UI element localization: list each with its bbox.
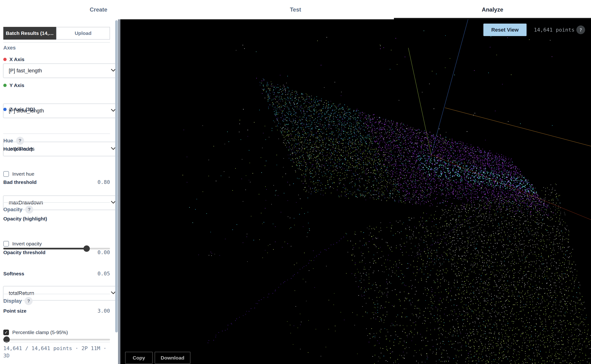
axes-heading-label: Axes [3, 45, 16, 51]
hue-heading: Hue ? [3, 137, 110, 145]
y-axis-label-text: Y Axis [9, 83, 24, 88]
invert-opacity-row: Invert opacity [3, 241, 110, 247]
slider-fill [3, 248, 87, 249]
hue-colour-label: Hue (colour) [3, 146, 110, 152]
slider-track[interactable] [3, 339, 110, 340]
download-button[interactable]: Download [154, 352, 190, 364]
divider [3, 342, 110, 342]
x-axis-dot-icon [3, 58, 7, 61]
invert-hue-row: Invert hue [3, 171, 110, 177]
hue-heading-label: Hue [3, 138, 13, 144]
percentile-clamp-checkbox[interactable]: ✓ [3, 330, 9, 335]
controls-sidebar: Batch Results (14,… Upload Axes X Axis [… [0, 19, 118, 364]
display-heading-label: Display [3, 298, 22, 304]
hue-value: maxDrawdown [9, 200, 43, 206]
axes-heading: Axes [3, 45, 110, 51]
divider [3, 294, 110, 294]
z-axis-dot-icon [3, 108, 7, 111]
opacity-highlight-label-text: Opacity (highlight) [3, 216, 47, 222]
opacity-threshold-row: Opacity threshold 0.00 [3, 249, 110, 255]
opacity-threshold-value: 0.00 [97, 249, 110, 255]
opacity-heading: Opacity ? [3, 206, 110, 214]
z-axis-label: Z Axis (3D) [3, 107, 110, 112]
points-status-text: 14,641 / 14,641 points · 2P 11M · 3D [3, 345, 110, 359]
softness-row: Softness 0.05 [3, 271, 110, 277]
softness-label: Softness [3, 271, 24, 277]
x-axis-select[interactable]: [P] fast_length [3, 64, 121, 78]
invert-opacity-checkbox[interactable] [3, 241, 9, 247]
bad-threshold-row: Bad threshold 0.80 [3, 179, 110, 185]
x-axis-label: X Axis [3, 57, 110, 62]
percentile-clamp-row: ✓ Percentile clamp (5-95%) [3, 330, 110, 335]
sidebar-scrollbar[interactable] [115, 20, 118, 332]
points-count-label: 14,641 points [534, 24, 574, 36]
y-axis-dot-icon [3, 84, 7, 87]
opacity-threshold-label: Opacity threshold [3, 250, 46, 255]
divider [3, 202, 110, 203]
bad-threshold-value: 0.80 [97, 179, 110, 185]
opacity-highlight-label: Opacity (highlight) [3, 216, 110, 222]
top-nav: Create Test Analyze [0, 0, 591, 19]
copy-button[interactable]: Copy [125, 352, 153, 364]
x-axis-label-text: X Axis [9, 57, 24, 62]
tab-create[interactable]: Create [0, 0, 197, 19]
display-help-icon[interactable]: ? [25, 297, 33, 305]
opacity-heading-label: Opacity [3, 207, 22, 213]
app-root: Create Test Analyze Batch Results (14,… … [0, 0, 591, 364]
divider [3, 42, 110, 43]
z-axis-label-text: Z Axis (3D) [9, 107, 35, 112]
invert-opacity-label: Invert opacity [12, 241, 42, 247]
plot-help-icon[interactable]: ? [576, 26, 585, 34]
hue-help-icon[interactable]: ? [16, 137, 24, 145]
invert-hue-checkbox[interactable] [3, 171, 9, 177]
batch-results-tab[interactable]: Batch Results (14,… [3, 27, 56, 40]
invert-hue-label: Invert hue [12, 171, 34, 177]
point-size-label: Point size [3, 308, 27, 314]
y-axis-label: Y Axis [3, 83, 110, 88]
opacity-help-icon[interactable]: ? [25, 206, 33, 214]
percentile-clamp-label: Percentile clamp (5-95%) [12, 330, 68, 335]
scatter-3d-canvas[interactable] [120, 19, 591, 364]
panel-resizer[interactable] [118, 19, 120, 364]
tab-analyze[interactable]: Analyze [394, 0, 591, 19]
point-size-row: Point size 3.00 [3, 308, 110, 314]
opacity-value: totalReturn [9, 290, 34, 296]
point-size-value: 3.00 [97, 308, 110, 314]
scatter-plot-area: Reset View 14,641 points ? Copy Download [120, 19, 591, 364]
display-heading: Display ? [3, 297, 110, 305]
hue-colour-label-text: Hue (colour) [3, 146, 33, 152]
upload-tab[interactable]: Upload [56, 27, 110, 40]
softness-value: 0.05 [97, 271, 110, 277]
divider [3, 133, 110, 134]
bad-threshold-label: Bad threshold [3, 179, 37, 185]
tab-test[interactable]: Test [197, 0, 394, 19]
reset-view-button[interactable]: Reset View [483, 24, 527, 36]
x-axis-value: [P] fast_length [9, 68, 42, 74]
